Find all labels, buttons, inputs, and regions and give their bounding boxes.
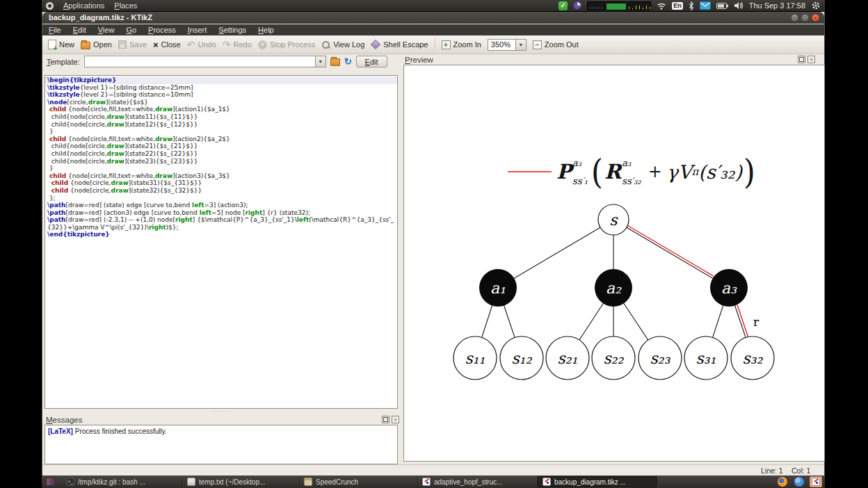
update-ok-icon[interactable]: ✓ (558, 1, 568, 10)
zoom-dropdown-arrow-icon[interactable]: ▾ (515, 40, 526, 50)
ktikz-icon (422, 478, 431, 486)
volume-icon[interactable] (734, 1, 744, 10)
open-button[interactable]: Open (81, 40, 112, 49)
undo-icon: ↶ (187, 40, 195, 49)
code-line[interactable]: \tikzstyle{level 2}=[sibling distance=10… (45, 91, 397, 99)
battery-icon[interactable] (716, 3, 728, 9)
template-bar: Template: ▾ ↻ Edit (42, 54, 399, 69)
minimize-button[interactable]: − (791, 14, 798, 22)
code-line[interactable]: \tikzstyle{level 1}=[sibling distance=25… (45, 84, 397, 92)
session-gear-icon[interactable] (811, 1, 821, 10)
script-p: P (556, 160, 572, 184)
code-line[interactable]: \path[draw=red] (state) edge [curve to,b… (45, 202, 397, 209)
template-edit-button[interactable]: Edit (356, 56, 387, 67)
template-combobox[interactable]: ▾ (84, 56, 326, 67)
menu-file[interactable]: File (49, 26, 61, 34)
time-tracker-icon[interactable] (573, 1, 581, 10)
shell-escape-icon (371, 40, 380, 49)
redo-button[interactable]: ↷ Redo (223, 40, 252, 49)
close-file-button[interactable]: × Close (153, 40, 181, 49)
label-s22: s₂₂ (604, 350, 625, 367)
code-line[interactable]: \begin{tikzpicture} (45, 76, 397, 84)
messages-panel[interactable]: [LaTeX] Process finished successfully. (45, 425, 398, 464)
code-line[interactable]: \path[draw=red] (-2.3,1) -- +(1,0) node[… (45, 216, 397, 231)
preview-float-icon[interactable] (798, 56, 805, 63)
undo-button[interactable]: ↶ Undo (187, 40, 216, 49)
menu-go[interactable]: Go (126, 26, 136, 34)
ktikz-launcher-active[interactable] (810, 476, 822, 487)
places-menu[interactable]: Places (114, 1, 137, 10)
blue-app-launcher[interactable] (793, 476, 805, 487)
preview-close-icon[interactable]: × (807, 56, 815, 63)
menu-process[interactable]: Process (148, 26, 176, 34)
toolbar-separator (435, 38, 435, 51)
zoom-out-button[interactable]: − Zoom Out (533, 40, 579, 49)
taskbar-item-adaptive-hopf[interactable]: adaptive_hopf_struc... (418, 476, 538, 487)
titlebar[interactable]: backup_diagram.tikz - KTikZ − □ × (42, 12, 824, 24)
preview-pane[interactable]: P a₃ss′₁ ( R a₃ss′₃₂ + γV π (s′₃₂) ) (403, 65, 825, 462)
code-line[interactable]: child{node[circle,draw](state21){$s_{21}… (45, 143, 397, 150)
editor-messages-splitter[interactable]: ····· (45, 409, 398, 414)
code-line[interactable]: child{node[circle,draw](state11){$s_{11}… (45, 113, 397, 121)
code-line[interactable]: } (45, 128, 397, 136)
firefox-icon (778, 477, 787, 487)
code-line[interactable]: child {node[circle,draw](state31){$s_{31… (45, 179, 397, 187)
bluetooth-icon[interactable] (689, 1, 694, 10)
save-button[interactable]: Save (118, 40, 147, 49)
close-file-icon: × (153, 40, 159, 49)
code-line[interactable]: \end{tikzpicture} (45, 231, 397, 238)
code-line[interactable]: child {node[circle,fill,text=white,draw]… (45, 172, 397, 180)
code-line[interactable]: \node[circle,draw](state){$s$} (45, 99, 397, 106)
applications-menu[interactable]: Applications (63, 1, 104, 10)
code-line[interactable]: child{node[circle,draw](state12){$s_{12}… (45, 121, 397, 129)
formula-red-line (508, 171, 552, 172)
code-line[interactable]: child{node[circle,draw](state23){$s_{23}… (45, 158, 397, 165)
template-browse-button[interactable] (330, 58, 340, 66)
code-line[interactable]: child {node[circle,draw](state32){$s_{32… (45, 187, 397, 195)
wifi-icon[interactable] (657, 2, 666, 10)
code-line[interactable]: }; (45, 195, 397, 202)
taskbar-item-backup-diagram[interactable]: backup_diagram.tikz ... (538, 476, 657, 487)
close-button[interactable]: × (812, 14, 819, 22)
code-editor[interactable]: \begin{tikzpicture}\tikzstyle{level 1}=[… (45, 75, 398, 409)
taskbar-item-speedcrunch[interactable]: SpeedCrunch (300, 476, 418, 487)
new-button[interactable]: + New (48, 40, 74, 49)
template-dropdown-arrow-icon[interactable]: ▾ (315, 56, 326, 67)
view-log-button[interactable]: View Log (321, 40, 364, 49)
code-line[interactable]: } (45, 165, 397, 172)
menu-insert[interactable]: Insert (188, 26, 207, 34)
code-line[interactable]: \path[draw=red] (action3) edge [curve to… (45, 209, 397, 217)
redo-icon: ↷ (223, 40, 231, 49)
code-line[interactable]: child {node[circle,fill,text=white,draw]… (45, 106, 397, 113)
backup-diagram-svg: s a₁ a₂ a₃ s₁₁ s₁₂ s₂₁ s₂₂ s₂₃ s₃₁ s₃₂ r (404, 65, 825, 462)
keyboard-layout-indicator[interactable]: En (672, 2, 683, 10)
distributor-logo-icon[interactable] (46, 2, 54, 10)
system-monitor-applet[interactable] (587, 1, 651, 10)
menu-view[interactable]: View (98, 26, 115, 34)
shell-escape-button[interactable]: Shell Escape (371, 40, 428, 49)
code-line[interactable]: child {node[circle,fill,text=white,draw]… (45, 136, 397, 143)
bellman-formula: P a₃ss′₁ ( R a₃ss′₃₂ + γV π (s′₃₂) ) (556, 153, 757, 190)
menu-settings[interactable]: Settings (218, 26, 246, 34)
ktikz-icon (542, 478, 551, 486)
panel-clock[interactable]: Thu Sep 3 17:58 (749, 1, 805, 10)
maximize-button[interactable]: □ (801, 14, 809, 22)
ktikz-window: backup_diagram.tikz - KTikZ − □ × File E… (42, 12, 825, 475)
stop-process-button[interactable]: × Stop Process (258, 40, 315, 49)
menu-edit[interactable]: Edit (73, 26, 86, 34)
taskbar-item-bash[interactable]: >_ /tmp/ktikz.git : bash ... (62, 476, 183, 487)
taskbar-item-tempfile[interactable]: temp.txt (~/Desktop... (183, 476, 300, 487)
status-bar: Line: 1 Col: 1 (42, 464, 824, 475)
p-superscript: a₃ (572, 158, 588, 168)
code-line[interactable]: child{node[circle,draw](state22){$s_{22}… (45, 150, 397, 158)
zoom-level-combobox[interactable]: 350% ▾ (488, 39, 527, 51)
template-reload-button[interactable]: ↻ (344, 57, 352, 66)
zoom-in-button[interactable]: + Zoom In (442, 40, 481, 49)
p-subscript: ss′₁ (572, 177, 588, 186)
firefox-launcher[interactable] (776, 476, 789, 487)
messages-float-icon[interactable] (382, 416, 389, 423)
messages-close-icon[interactable]: × (392, 416, 399, 423)
mail-icon[interactable] (700, 1, 711, 10)
workspace-switcher[interactable] (46, 478, 55, 486)
menu-help[interactable]: Help (258, 26, 274, 34)
